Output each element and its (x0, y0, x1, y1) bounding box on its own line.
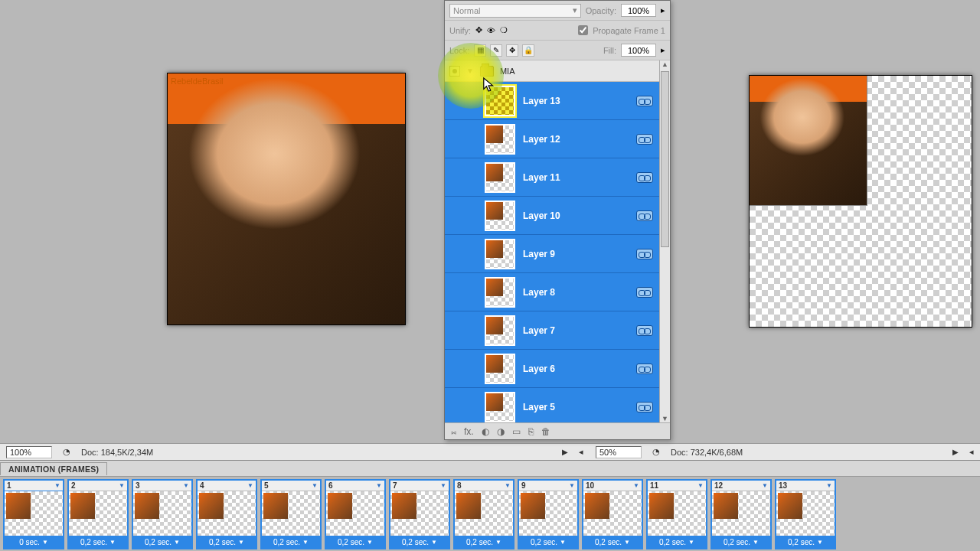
layer-thumbnail[interactable] (485, 86, 515, 116)
animation-frame[interactable]: 12▼0,2 sec.▼ (710, 479, 772, 549)
unify-visibility-icon[interactable]: 👁 (487, 26, 495, 35)
link-icon[interactable] (636, 364, 653, 374)
zoom-icon[interactable]: ◔ (63, 447, 70, 457)
document-right[interactable] (749, 75, 972, 328)
frame-thumbnail[interactable] (390, 491, 449, 536)
frames-strip[interactable]: 1▼0 sec.▼2▼0,2 sec.▼3▼0,2 sec.▼4▼0,2 sec… (0, 476, 980, 551)
layer-name[interactable]: Layer 6 (523, 364, 629, 374)
frame-menu-icon[interactable]: ▼ (119, 482, 125, 489)
layer-name[interactable]: Layer 12 (523, 134, 629, 145)
group-name[interactable]: MIA (500, 67, 515, 76)
frame-menu-icon[interactable]: ▼ (183, 482, 189, 489)
frame-thumbnail[interactable] (648, 491, 706, 536)
layer-thumbnail[interactable] (485, 354, 515, 384)
frame-menu-icon[interactable]: ▼ (762, 482, 768, 489)
layer-row[interactable]: Layer 8 (445, 273, 659, 311)
animation-frame[interactable]: 5▼0,2 sec.▼ (260, 479, 322, 549)
disclosure-triangle-icon[interactable]: ▼ (466, 67, 474, 75)
layer-row[interactable]: Layer 11 (445, 158, 659, 197)
layer-group-row[interactable]: ▼ MIA (445, 60, 659, 82)
frame-thumbnail[interactable] (326, 491, 384, 536)
frame-thumbnail[interactable] (5, 491, 63, 536)
layer-thumbnail[interactable] (485, 392, 515, 422)
layer-row[interactable]: Layer 5 (445, 388, 659, 422)
play-icon[interactable]: ▶ (562, 448, 568, 456)
layer-fx-icon[interactable]: fx. (464, 426, 474, 437)
frame-menu-icon[interactable]: ▼ (505, 482, 511, 489)
animation-frame[interactable]: 2▼0,2 sec.▼ (67, 479, 129, 549)
frame-delay[interactable]: 0,2 sec.▼ (326, 536, 384, 548)
lock-all-icon[interactable]: 🔒 (522, 44, 534, 57)
frame-delay[interactable]: 0,2 sec.▼ (198, 536, 256, 548)
frame-delay[interactable]: 0,2 sec.▼ (390, 536, 449, 548)
unify-position-icon[interactable]: ✥ (475, 25, 482, 35)
frame-thumbnail[interactable] (519, 491, 577, 536)
animation-frame[interactable]: 13▼0,2 sec.▼ (775, 479, 836, 549)
frame-delay[interactable]: 0 sec.▼ (5, 536, 63, 548)
layer-row[interactable]: Layer 9 (445, 235, 659, 273)
frame-menu-icon[interactable]: ▼ (826, 482, 832, 489)
layer-row[interactable]: Layer 6 (445, 350, 659, 388)
zoom-icon[interactable]: ◔ (652, 447, 660, 457)
layer-name[interactable]: Layer 9 (523, 249, 629, 259)
animation-frame[interactable]: 9▼0,2 sec.▼ (518, 479, 579, 549)
animation-frame[interactable]: 7▼0,2 sec.▼ (389, 479, 450, 549)
link-icon[interactable] (636, 325, 653, 336)
animation-frame[interactable]: 11▼0,2 sec.▼ (646, 479, 707, 549)
frame-thumbnail[interactable] (583, 491, 642, 536)
frame-delay[interactable]: 0,2 sec.▼ (133, 536, 191, 548)
frame-menu-icon[interactable]: ▼ (633, 482, 639, 489)
frame-delay[interactable]: 0,2 sec.▼ (712, 536, 770, 548)
frame-delay[interactable]: 0,2 sec.▼ (583, 536, 642, 548)
layer-thumbnail[interactable] (485, 277, 515, 308)
frame-menu-icon[interactable]: ▼ (440, 482, 446, 489)
frame-delay[interactable]: 0,2 sec.▼ (776, 536, 835, 548)
layer-thumbnail[interactable] (485, 162, 515, 193)
frame-delay[interactable]: 0,2 sec.▼ (69, 536, 127, 548)
fill-field[interactable]: 100% (621, 44, 656, 57)
scrollbar-thumb[interactable] (661, 71, 669, 247)
hscroll-left-icon[interactable]: ◂ (969, 447, 974, 457)
frame-menu-icon[interactable]: ▼ (697, 482, 704, 489)
new-layer-icon[interactable]: ⎘ (528, 426, 534, 437)
adjustment-layer-icon[interactable]: ◑ (497, 426, 505, 437)
layer-name[interactable]: Layer 5 (523, 402, 629, 412)
link-icon[interactable] (636, 96, 653, 106)
frame-menu-icon[interactable]: ▼ (376, 482, 382, 489)
layer-row[interactable]: Layer 12 (445, 120, 659, 158)
link-icon[interactable] (636, 402, 653, 412)
zoom-field[interactable]: 50% (596, 446, 642, 458)
frame-thumbnail[interactable] (69, 491, 127, 536)
opacity-field[interactable]: 100% (621, 4, 656, 17)
lock-transparent-icon[interactable]: ▦ (474, 44, 486, 57)
layer-name[interactable]: Layer 10 (523, 210, 629, 221)
animation-frame[interactable]: 8▼0,2 sec.▼ (453, 479, 514, 549)
layer-row[interactable]: Layer 13 (445, 82, 659, 120)
layer-row[interactable]: Layer 10 (445, 197, 659, 235)
frame-delay[interactable]: 0,2 sec.▼ (455, 536, 513, 548)
layer-mask-icon[interactable]: ◐ (482, 426, 489, 437)
unify-style-icon[interactable]: ❍ (500, 25, 508, 35)
canvas-left[interactable]: RebeldeBrasil (0, 0, 444, 459)
frame-thumbnail[interactable] (455, 491, 513, 536)
frame-delay[interactable]: 0,2 sec.▼ (262, 536, 320, 548)
document-left[interactable]: RebeldeBrasil (167, 73, 406, 325)
frame-menu-icon[interactable]: ▼ (54, 482, 60, 489)
layer-row[interactable]: Layer 7 (445, 311, 659, 350)
animation-frame[interactable]: 10▼0,2 sec.▼ (582, 479, 643, 549)
frame-menu-icon[interactable]: ▼ (247, 482, 253, 489)
link-icon[interactable] (636, 287, 653, 298)
animation-tab[interactable]: ANIMATION (FRAMES) (0, 462, 107, 475)
layer-name[interactable]: Layer 7 (523, 325, 629, 336)
frame-menu-icon[interactable]: ▼ (312, 482, 318, 489)
link-layers-icon[interactable]: ⨝ (451, 426, 456, 437)
layer-name[interactable]: Layer 8 (523, 287, 629, 298)
link-icon[interactable] (636, 134, 653, 145)
layers-scrollbar[interactable] (659, 60, 670, 422)
link-icon[interactable] (636, 249, 653, 259)
frame-thumbnail[interactable] (133, 491, 191, 536)
lock-position-icon[interactable]: ✥ (506, 44, 518, 57)
animation-frame[interactable]: 6▼0,2 sec.▼ (325, 479, 386, 549)
frame-thumbnail[interactable] (198, 491, 256, 536)
frame-menu-icon[interactable]: ▼ (569, 482, 575, 489)
